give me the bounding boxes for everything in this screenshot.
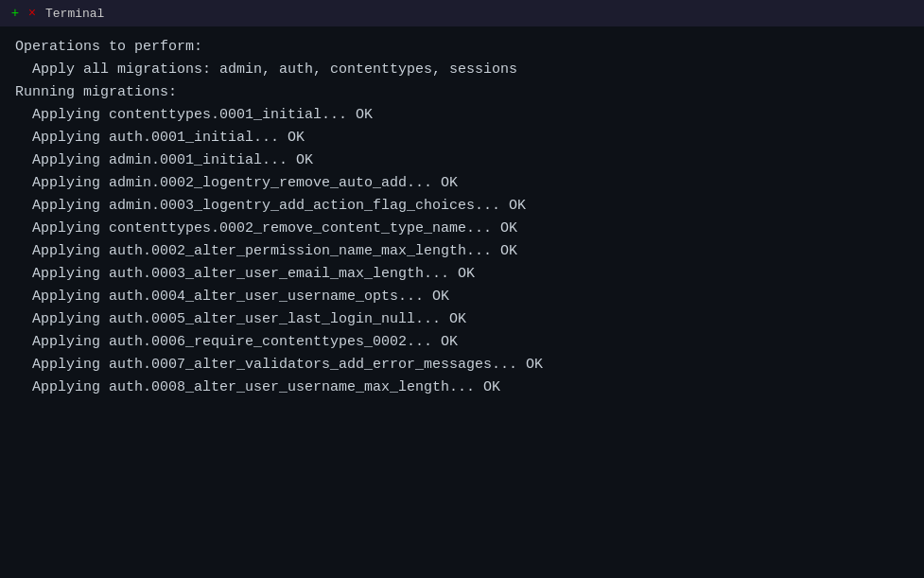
terminal-line: Applying auth.0005_alter_user_last_login…: [15, 308, 909, 331]
terminal-line: Applying contenttypes.0001_initial... OK: [15, 104, 909, 127]
terminal-line: Applying auth.0002_alter_permission_name…: [15, 240, 909, 263]
terminal-title: Terminal: [45, 7, 104, 21]
plus-control[interactable]: +: [9, 8, 21, 19]
terminal-line: Apply all migrations: admin, auth, conte…: [15, 59, 909, 81]
terminal-line: Applying admin.0003_logentry_add_action_…: [15, 195, 909, 218]
terminal-line: Running migrations:: [15, 81, 909, 104]
terminal-window: + × Terminal Operations to perform: Appl…: [0, 0, 924, 578]
terminal-line: Applying admin.0001_initial... OK: [15, 149, 909, 172]
terminal-line: Applying auth.0008_alter_user_username_m…: [15, 377, 909, 399]
terminal-line: Applying auth.0004_alter_user_username_o…: [15, 286, 909, 308]
terminal-line: Applying auth.0006_require_contenttypes_…: [15, 331, 909, 354]
terminal-body[interactable]: Operations to perform: Apply all migrati…: [0, 26, 924, 578]
title-bar: + × Terminal: [0, 0, 924, 26]
close-control[interactable]: ×: [26, 8, 38, 19]
terminal-line: Applying admin.0002_logentry_remove_auto…: [15, 172, 909, 195]
terminal-line: Applying contenttypes.0002_remove_conten…: [15, 218, 909, 240]
window-controls: + ×: [9, 8, 38, 19]
terminal-line: Applying auth.0007_alter_validators_add_…: [15, 354, 909, 377]
terminal-line: Applying auth.0003_alter_user_email_max_…: [15, 263, 909, 286]
terminal-line: Operations to perform:: [15, 36, 909, 59]
terminal-line: Applying auth.0001_initial... OK: [15, 127, 909, 149]
